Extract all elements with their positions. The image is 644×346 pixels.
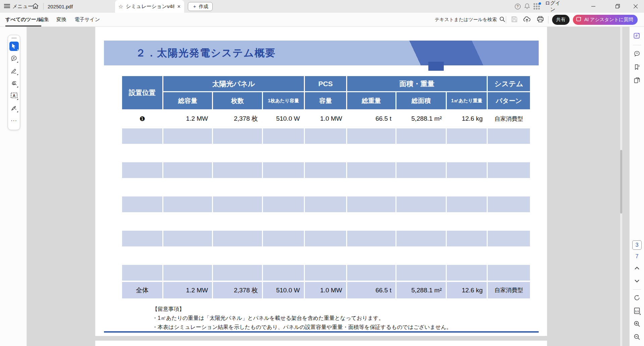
group-header-system: システム	[488, 76, 530, 91]
banner-accent-square	[428, 62, 444, 71]
minimize-icon	[591, 4, 595, 9]
cell-pattern: 自家消費型	[488, 282, 530, 298]
print-icon	[537, 16, 544, 23]
bell-icon	[524, 3, 530, 10]
empty-cell	[263, 231, 304, 246]
home-button[interactable]	[32, 0, 39, 13]
empty-cell	[488, 231, 530, 246]
empty-cell	[263, 162, 304, 178]
right-rail: 3 7 1:1	[629, 27, 644, 346]
chevron-up-icon	[635, 266, 639, 271]
cell-total-capacity: 1.2 MW	[163, 282, 212, 298]
login-label: ログイン	[543, 0, 563, 13]
scrollbar-thumb[interactable]	[620, 150, 622, 214]
active-tab-label: シミュレーションv48b.pdf	[126, 3, 174, 10]
empty-cell	[163, 162, 212, 178]
table-row-empty	[122, 231, 531, 246]
window-restore-button[interactable]	[610, 0, 625, 13]
page-fit-button[interactable]: 1:1	[632, 306, 642, 316]
zoom-out-button[interactable]	[632, 333, 642, 342]
create-label: 作成	[199, 4, 208, 10]
current-page-input[interactable]: 3	[632, 240, 642, 250]
section-banner: ２．太陽光発電システム概要	[104, 41, 539, 65]
rotate-page-button[interactable]	[632, 293, 642, 303]
page-thumbnails-panel-button[interactable]	[632, 76, 642, 85]
help-icon: ?	[515, 4, 521, 9]
empty-cell	[305, 231, 346, 246]
col-header-total-area: 総面積	[396, 92, 446, 109]
empty-cell	[347, 196, 395, 212]
add-text-tool-button[interactable]: A	[9, 91, 19, 101]
dropdown-corner-icon	[639, 313, 641, 315]
panel-drag-handle[interactable]	[11, 38, 17, 39]
ai-assistant-panel-button[interactable]	[632, 32, 642, 41]
help-button[interactable]: ?	[513, 0, 522, 13]
comment-tool-button[interactable]	[9, 54, 19, 63]
acrobat-window: メニュー 202501.pdf ☆ シミュレーションv48b.pdf ✕ ＋ 作…	[0, 0, 644, 346]
comments-panel-button[interactable]	[632, 49, 642, 59]
empty-cell	[122, 265, 162, 281]
restore-icon	[615, 4, 620, 9]
draw-tool-button[interactable]	[9, 79, 19, 88]
empty-cell	[122, 196, 162, 212]
recent-doc-label: 202501.pdf	[48, 4, 73, 9]
table-header: 設置位置 太陽光パネル PCS 面積・重量 システム 総容量 枚数 1枚あたり容…	[122, 76, 531, 109]
tab-edit[interactable]: 編集	[39, 13, 49, 26]
share-button[interactable]: 共有	[552, 15, 570, 25]
zoom-in-button[interactable]	[632, 320, 642, 329]
vertical-scrollbar[interactable]	[620, 27, 622, 346]
tab-simulation-active[interactable]: ☆ シミュレーションv48b.pdf ✕	[115, 0, 184, 13]
section-title: ２．太陽光発電システム概要	[136, 41, 276, 65]
table-row-empty	[122, 265, 531, 281]
notifications-button[interactable]	[523, 0, 531, 13]
tab-convert[interactable]: 変換	[56, 13, 66, 26]
document-viewer[interactable]: ２．太陽光発電システム概要 設置位置 太陽光パネル PCS 面積・重量 システム…	[27, 27, 629, 346]
rail-divider	[633, 45, 641, 45]
ai-assistant-button[interactable]: AI アシスタントに質問	[573, 15, 638, 25]
tab-all-tools[interactable]: すべてのツール	[5, 13, 41, 26]
empty-cell	[263, 196, 304, 212]
dropdown-corner-icon	[17, 99, 18, 100]
empty-cell	[488, 196, 530, 212]
pdf-page: ２．太陽光発電システム概要 設置位置 太陽光パネル PCS 面積・重量 システム…	[95, 27, 547, 336]
window-minimize-button[interactable]	[586, 0, 601, 13]
dropdown-corner-icon	[17, 49, 18, 50]
app-switcher-button[interactable]	[532, 0, 541, 13]
empty-cell	[347, 162, 395, 178]
close-icon	[634, 4, 638, 9]
pages-icon	[634, 77, 640, 85]
total-pages-label: 7	[636, 253, 639, 260]
cloud-upload-button[interactable]	[522, 15, 532, 25]
menu-button[interactable]: メニュー	[4, 0, 33, 13]
comment-icon	[633, 50, 641, 58]
login-button[interactable]: ログイン	[543, 0, 563, 13]
tab-close-icon[interactable]: ✕	[177, 4, 181, 9]
col-header-pattern: パターン	[488, 92, 530, 109]
bookmarks-panel-button[interactable]	[632, 63, 642, 72]
tab-esign[interactable]: 電子サイン	[74, 13, 100, 26]
cell-panel-count: 2,378 枚	[213, 282, 262, 298]
toolbar-divider	[506, 16, 506, 23]
notification-dot	[539, 2, 541, 5]
fill-sign-tool-button[interactable]	[9, 104, 19, 113]
save-button[interactable]	[509, 15, 519, 25]
search-input[interactable]: テキストまたはツールを検索	[435, 13, 505, 26]
create-button[interactable]: ＋ 作成	[188, 2, 213, 11]
previous-page-button[interactable]	[632, 263, 642, 273]
window-close-button[interactable]	[628, 0, 643, 13]
highlight-tool-button[interactable]	[9, 66, 19, 76]
select-tool-button[interactable]	[9, 42, 19, 51]
titlebar-divider	[43, 3, 44, 10]
col-header-total-capacity: 総容量	[163, 92, 212, 109]
cell-total-weight: 66.5 t	[347, 282, 395, 298]
search-icon	[499, 16, 505, 23]
pdf-next-page	[95, 341, 547, 346]
empty-cell	[213, 231, 262, 246]
star-icon[interactable]: ☆	[118, 3, 123, 10]
tab-202501[interactable]: 202501.pdf	[48, 0, 73, 13]
ai-assistant-icon	[576, 16, 582, 23]
print-button[interactable]	[535, 15, 545, 25]
dropdown-corner-icon	[17, 74, 18, 75]
next-page-button[interactable]	[632, 276, 642, 286]
more-tools-button[interactable]: ···	[9, 116, 19, 125]
